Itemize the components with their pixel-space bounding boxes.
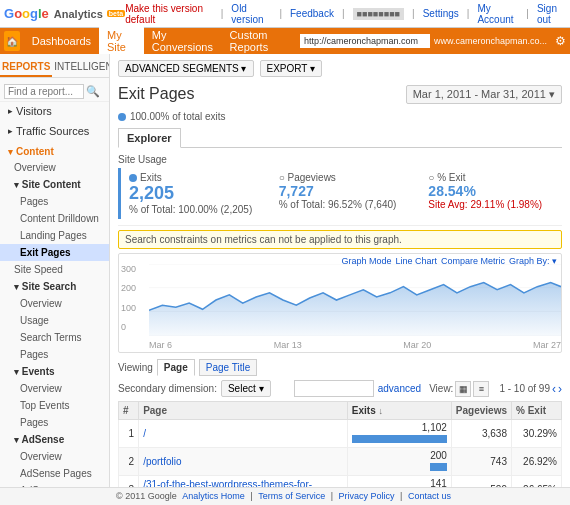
sidebar-item-exit-pages[interactable]: Exit Pages (0, 244, 109, 261)
terms-link[interactable]: Terms of Service (258, 491, 325, 501)
tab-reports[interactable]: REPORTS (0, 58, 52, 77)
sidebar-item-content-header[interactable]: ▾Content (0, 142, 109, 159)
date-range-button[interactable]: Mar 1, 2011 - Mar 31, 2011 ▾ (406, 85, 562, 104)
table-search-row: advanced (294, 380, 421, 397)
x-label-mar6: Mar 6 (149, 340, 172, 350)
nav-my-conversions[interactable]: My Conversions (144, 25, 222, 57)
sidebar-item-adsense-pages[interactable]: AdSense Pages (0, 465, 109, 482)
explorer-tab[interactable]: Explorer (118, 128, 181, 148)
metric-exit-pct[interactable]: ○ % Exit 28.54% Site Avg: 29.11% (1.98%) (420, 168, 562, 219)
metrics-row: Exits 2,205 % of Total: 100.00% (2,205) … (118, 168, 562, 226)
sidebar-item-search-terms[interactable]: Search Terms (0, 329, 109, 346)
sidebar-item-usage[interactable]: Usage (0, 312, 109, 329)
sidebar-item-adsense-referrers[interactable]: AdSense Referrers (0, 482, 109, 487)
gear-icon[interactable]: ⚙ (555, 34, 566, 48)
toolbar-left: ADVANCED SEGMENTS ▾ EXPORT ▾ (118, 60, 322, 77)
pagination-top: 1 - 10 of 99 ‹ › (499, 382, 562, 396)
advanced-search-btn[interactable]: advanced (378, 383, 421, 394)
page-link[interactable]: / (143, 428, 146, 439)
chart-y-labels: 300 200 100 0 (119, 264, 149, 332)
col-pageviews[interactable]: Pageviews (451, 402, 511, 420)
segment-note-text: 100.00% of total exits (130, 111, 226, 122)
cell-num: 3 (119, 476, 139, 488)
make-default-link[interactable]: Make this version default (125, 3, 213, 25)
sidebar-item-traffic[interactable]: ▸Traffic Sources (0, 122, 109, 140)
sidebar-item-events-overview[interactable]: Overview (0, 380, 109, 397)
col-exit-pct[interactable]: % Exit (512, 402, 562, 420)
table-search-input[interactable] (294, 380, 374, 397)
home-icon[interactable]: 🏠 (4, 31, 20, 51)
cell-page: / (139, 420, 348, 448)
privacy-link[interactable]: Privacy Policy (339, 491, 395, 501)
sidebar-item-search-pages[interactable]: Pages (0, 346, 109, 363)
sidebar-item-landing-pages[interactable]: Landing Pages (0, 227, 109, 244)
warning-bar: Search constraints on metrics can not be… (118, 230, 562, 249)
nav-custom-reports[interactable]: Custom Reports (222, 25, 300, 57)
nav-dashboards[interactable]: Dashboards (24, 31, 99, 51)
sidebar-section-visitors: ▸Visitors (0, 102, 109, 120)
page-link[interactable]: /portfolio (143, 456, 181, 467)
metric-pageviews[interactable]: ○ Pageviews 7,727 % of Total: 96.52% (7,… (271, 168, 413, 219)
col-exits[interactable]: Exits ↓ (347, 402, 451, 420)
metric-exits[interactable]: Exits 2,205 % of Total: 100.00% (2,205) (118, 168, 263, 219)
sidebar-item-pages[interactable]: Pages (0, 193, 109, 210)
view-tab-page-title[interactable]: Page Title (199, 359, 257, 376)
metric-pageviews-value: 7,727 (279, 183, 405, 199)
export-button[interactable]: EXPORT ▾ (260, 60, 323, 77)
contact-link[interactable]: Contact us (408, 491, 451, 501)
sidebar-item-overview[interactable]: Overview (0, 159, 109, 176)
cell-exit-pct: 26.92% (512, 448, 562, 476)
content-area: ADVANCED SEGMENTS ▾ EXPORT ▾ Exit Pages … (110, 54, 570, 487)
col-num[interactable]: # (119, 402, 139, 420)
metric-exits-sub: % of Total: 100.00% (2,205) (129, 204, 255, 215)
view-tab-page[interactable]: Page (157, 359, 195, 376)
sidebar-item-site-content[interactable]: ▾ Site Content (0, 176, 109, 193)
old-version-link[interactable]: Old version (231, 3, 271, 25)
sidebar-item-events-pages[interactable]: Pages (0, 414, 109, 431)
feedback-link[interactable]: Feedback (290, 8, 334, 19)
metric-exits-value: 2,205 (129, 183, 255, 204)
chart-x-labels: Mar 6 Mar 13 Mar 20 Mar 27 (149, 340, 561, 350)
sidebar-item-top-events[interactable]: Top Events (0, 397, 109, 414)
prev-page-btn[interactable]: ‹ (552, 382, 556, 396)
col-page[interactable]: Page (139, 402, 348, 420)
explorer-tabs: Explorer (118, 128, 562, 148)
view-icon-grid[interactable]: ▦ (455, 381, 471, 397)
beta-badge: beta (107, 10, 125, 17)
site-search-input[interactable] (300, 34, 430, 48)
sidebar-item-visitors[interactable]: ▸Visitors (0, 102, 109, 120)
my-account-link[interactable]: My Account (477, 3, 518, 25)
view-icon-list[interactable]: ≡ (473, 381, 489, 397)
analytics-home-link[interactable]: Analytics Home (182, 491, 245, 501)
advanced-segments-button[interactable]: ADVANCED SEGMENTS ▾ (118, 60, 254, 77)
sidebar-item-site-speed[interactable]: Site Speed (0, 261, 109, 278)
copyright: © 2011 Google (116, 491, 177, 501)
nav-my-site[interactable]: My Site (99, 25, 144, 57)
page-title: Exit Pages (118, 85, 194, 103)
next-page-btn[interactable]: › (558, 382, 562, 396)
segment-note: 100.00% of total exits (118, 111, 562, 122)
sign-out-link[interactable]: Sign out (537, 3, 566, 25)
page-count: 1 - 10 of 99 (499, 383, 550, 394)
sidebar-search-input[interactable] (4, 84, 84, 99)
sidebar: REPORTS INTELLIGENCE 🔍 ▸Visitors ▸Traffi… (0, 54, 110, 487)
sidebar-item-content-drilldown[interactable]: Content Drilldown (0, 210, 109, 227)
sidebar-tabs: REPORTS INTELLIGENCE (0, 58, 109, 78)
sidebar-item-site-search[interactable]: ▾ Site Search (0, 278, 109, 295)
analytics-label: Analytics (54, 8, 103, 20)
sidebar-item-search-overview[interactable]: Overview (0, 295, 109, 312)
page-link[interactable]: /31-of-the-best-wordpress-themes-for-wri… (143, 479, 312, 488)
cell-exits: 200 (347, 448, 451, 476)
tab-intelligence[interactable]: INTELLIGENCE (52, 58, 110, 77)
title-row: Exit Pages Mar 1, 2011 - Mar 31, 2011 ▾ (118, 81, 562, 107)
sidebar-item-events[interactable]: ▾ Events (0, 363, 109, 380)
table-row: 1 / 1,102 3,638 30.29% (119, 420, 562, 448)
cell-exit-pct: 26.65% (512, 476, 562, 488)
site-display: www.cameronchapman.co... (434, 36, 547, 46)
sidebar-item-adsense[interactable]: ▾ AdSense (0, 431, 109, 448)
settings-link[interactable]: Settings (423, 8, 459, 19)
select-button[interactable]: Select ▾ (221, 380, 271, 397)
table-header-row: # Page Exits ↓ Pageviews % Exit (119, 402, 562, 420)
sidebar-item-adsense-overview[interactable]: Overview (0, 448, 109, 465)
account-email: ■■■■■■■■ (353, 8, 405, 20)
